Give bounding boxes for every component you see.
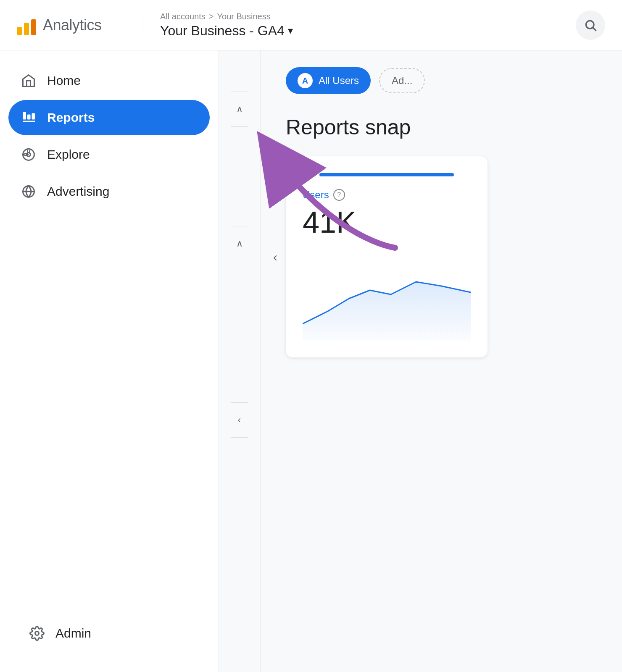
panel-divider-3 [231,226,248,226]
metric-value: 41K [303,205,471,239]
sidebar-item-admin-label: Admin [55,626,91,640]
sidebar-item-admin[interactable]: Admin [17,616,201,651]
panel-divider-6 [231,437,248,438]
breadcrumb-separator: > [209,12,214,21]
metric-label: Users [303,189,329,201]
snapshot-card-wrapper: ‹ Users ? 41K [286,156,488,357]
property-name: Your Business - GA4 [160,23,285,39]
analytics-logo [17,15,36,35]
logo-bar-3 [31,19,36,35]
svg-point-0 [586,21,594,29]
sidebar: Home Reports [0,50,219,672]
main-layout: Home Reports [0,50,622,672]
main-content: A All Users Ad... Reports snap ‹ [261,50,622,672]
svg-point-9 [35,632,39,635]
panel-divider-2 [231,126,248,127]
sidebar-item-reports[interactable]: Reports [8,100,210,135]
app-header: Analytics All accounts > Your Business Y… [0,0,622,50]
sidebar-item-advertising-label: Advertising [47,184,109,199]
sidebar-item-explore[interactable]: Explore [8,137,210,172]
breadcrumb: All accounts > Your Business [160,12,293,21]
logo-area: Analytics [17,15,126,35]
logo-bar-1 [17,27,22,35]
home-icon [20,72,37,89]
card-nav-left[interactable]: ‹ [273,250,277,264]
metric-chart [303,257,471,341]
content-inner: A All Users Ad... Reports snap ‹ [261,50,622,374]
reports-snapshot-title: Reports snap [286,115,597,139]
svg-rect-4 [32,113,35,120]
property-dropdown-arrow: ▾ [288,25,293,37]
search-button[interactable] [576,10,605,40]
card-divider [303,248,471,248]
header-divider [143,15,143,36]
collapse-btn-2[interactable]: ∧ [232,234,247,253]
collapse-btn-3[interactable]: ‹ [234,410,245,430]
advertising-icon [20,183,37,200]
collapse-btn-1[interactable]: ∧ [232,100,247,119]
sidebar-item-reports-label: Reports [47,110,95,125]
app-name: Analytics [43,16,102,34]
segment-label: All Users [319,75,359,87]
logo-bar-2 [24,23,29,35]
filter-bar: A All Users Ad... [286,67,597,94]
add-comparison-button[interactable]: Ad... [379,68,425,93]
content-wrapper: ∧ ∧ ‹ A All Users Ad... [219,50,622,672]
card-top-bar [319,173,454,176]
sidebar-item-explore-label: Explore [47,147,90,162]
panel-divider-5 [231,402,248,403]
panel-divider-1 [231,92,248,92]
reports-icon [20,109,37,126]
help-icon-text: ? [337,191,341,199]
svg-rect-2 [23,112,26,120]
sidebar-item-home-label: Home [47,74,81,88]
explore-icon [20,146,37,163]
snapshot-card: Users ? 41K [286,156,488,357]
breadcrumb-business[interactable]: Your Business [217,12,271,21]
admin-icon [29,625,45,642]
segment-avatar: A [298,73,313,88]
sidebar-item-advertising[interactable]: Advertising [8,174,210,209]
sidebar-panel: ∧ ∧ ‹ [219,50,261,672]
account-area: All accounts > Your Business Your Busine… [160,12,293,39]
all-users-segment[interactable]: A All Users [286,67,371,94]
breadcrumb-all-accounts[interactable]: All accounts [160,12,206,21]
metric-label-area: Users ? [303,189,471,201]
panel-divider-4 [231,261,248,261]
sidebar-nav: Home Reports [0,63,218,607]
svg-line-1 [593,28,596,31]
property-selector[interactable]: Your Business - GA4 ▾ [160,23,293,39]
sidebar-item-home[interactable]: Home [8,63,210,98]
add-comparison-label: Ad... [392,75,412,87]
help-icon[interactable]: ? [333,189,345,201]
svg-rect-3 [27,115,31,120]
search-icon [584,18,597,32]
sidebar-bottom: Admin [0,607,218,659]
